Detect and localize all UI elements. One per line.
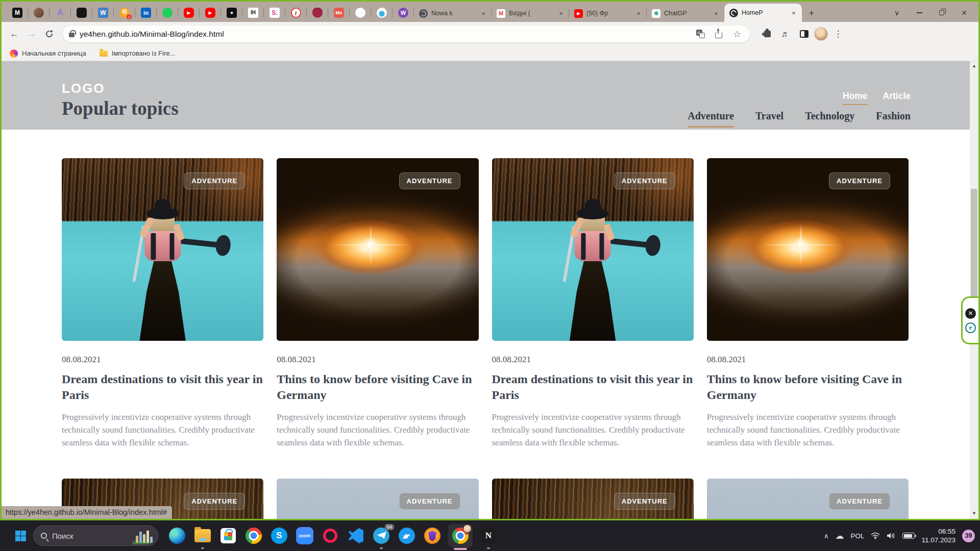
taskbar-notion[interactable]: N [479,526,498,545]
onedrive-cloud-icon[interactable]: ☁ [835,531,844,541]
taskbar-telegram[interactable]: 04 [372,526,391,545]
pinned-tab-beet[interactable] [307,4,328,22]
nav-home[interactable]: Home [843,91,868,105]
taskbar-skype[interactable]: S [270,526,289,545]
menu-kebab-icon[interactable]: ⋮ [830,26,846,42]
tab-chatgpt[interactable]: ✻ ChatGP × [647,5,724,22]
taskbar-chrome[interactable] [244,526,263,545]
tab-homepage-active[interactable]: HomeP × [724,4,802,22]
category-adventure[interactable]: Adventure [688,110,734,128]
bookmark-imported-folder[interactable]: Імпортовано із Fire... [100,49,176,57]
start-button-icon[interactable] [15,531,26,541]
taskbar-vscode[interactable] [346,526,365,545]
article-title[interactable]: Dream destinations to visit this year in… [62,371,263,403]
taskbar-zoom[interactable]: zoom [295,526,314,545]
tab-close-icon[interactable]: × [634,9,643,17]
category-badge[interactable]: ADVENTURE [399,493,460,510]
pinned-tab-profile-photo[interactable] [28,4,50,22]
pinned-tab-medium[interactable]: M [7,4,28,22]
pinned-tab-fist[interactable] [71,4,92,22]
category-badge[interactable]: ADVENTURE [399,172,460,189]
article-image-canoe[interactable]: ADVENTURE [492,158,694,341]
tab-close-icon[interactable]: × [790,9,798,17]
scroll-down-icon[interactable]: ▼ [972,509,976,518]
new-tab-button[interactable]: + [804,6,819,21]
article-title[interactable]: Dream destinations to visit this year in… [492,371,694,403]
nav-article[interactable]: Article [883,91,911,105]
tab-close-icon[interactable]: × [557,9,565,17]
forward-button[interactable]: → [24,27,39,42]
category-badge[interactable]: ADVENTURE [829,493,890,510]
pinned-tab-wattpad[interactable]: W [393,4,414,22]
tab-youtube[interactable]: ▶ (50) Фр × [569,5,647,22]
lock-icon[interactable] [69,33,75,37]
google-translate-icon[interactable] [694,28,707,41]
pinned-tab-spotify[interactable] [157,4,178,22]
minimize-button[interactable] [908,4,930,21]
restore-button[interactable] [930,4,953,21]
pinned-tab-youtube[interactable]: ▶ [178,4,200,22]
pinned-tab-wikipedia[interactable]: W [92,4,114,22]
extensions-puzzle-icon[interactable] [759,26,775,42]
profile-avatar[interactable] [814,27,828,41]
eset-logo-icon[interactable]: e [965,322,976,333]
music-extension-icon[interactable]: ♬ [777,26,794,42]
bookmark-star-icon[interactable]: ☆ [730,28,744,41]
pinned-tab-patreon[interactable]: ● [221,4,242,22]
pinned-tab-refactoring[interactable]: r [285,4,307,22]
article-image-canoe[interactable]: ADVENTURE [62,158,263,341]
article-image-forest[interactable]: ADVENTURE [492,479,694,519]
category-badge[interactable]: ADVENTURE [614,493,675,510]
battery-icon[interactable] [902,533,915,539]
pinned-tab-smashing[interactable]: S. [264,4,285,22]
tab-search-icon[interactable]: ∨ [886,4,908,21]
taskbar-edge[interactable] [167,526,187,545]
pinned-tab-letter-a[interactable]: A [50,4,71,22]
article-image-rock[interactable]: ADVENTURE [707,479,909,519]
back-button[interactable]: ← [7,27,22,42]
category-badge[interactable]: ADVENTURE [184,172,245,189]
article-image-arch[interactable]: ADVENTURE [707,158,909,341]
close-button[interactable]: × [953,4,975,21]
category-badge[interactable]: ADVENTURE [184,493,245,510]
pinned-tab-youtube-2[interactable]: ▶ [200,4,221,22]
category-fashion[interactable]: Fashion [876,110,911,128]
site-logo[interactable]: LOGO [62,81,179,96]
category-badge[interactable]: ADVENTURE [829,172,890,189]
taskbar-clock[interactable]: 06:55 11.07.2023 [921,527,955,544]
scroll-up-icon[interactable]: ▲ [972,61,976,70]
page-scrollbar[interactable]: ▲ ▼ [970,61,978,519]
side-panel-icon[interactable] [796,26,812,42]
pinned-tab-github[interactable] [350,4,371,22]
language-indicator[interactable]: POL [850,532,864,540]
taskbar-secure-browser[interactable] [423,526,442,545]
url-text[interactable]: ye4hen.github.io/Minimal-Blog/index.html [80,30,689,39]
pinned-tab-avatar-orange[interactable]: 1 [114,4,135,22]
taskbar-search[interactable]: Поиск [33,525,158,546]
taskbar-chrome-profile[interactable] [448,524,473,547]
share-icon[interactable] [712,28,725,41]
taskbar-twitter[interactable] [397,526,416,545]
pinned-tab-monday[interactable]: Mo [328,4,350,22]
pinned-tab-indie-hackers[interactable]: IH [242,4,264,22]
category-technology[interactable]: Technology [805,110,854,128]
tab-gmail-inbox[interactable]: M Вхідні ( × [492,5,569,22]
volume-icon[interactable] [887,532,896,539]
tab-nowa[interactable]: Nowa k × [414,5,492,22]
article-image-arch[interactable]: ADVENTURE [277,158,478,341]
taskbar-explorer[interactable] [193,526,212,545]
category-badge[interactable]: ADVENTURE [614,172,675,189]
taskbar-store[interactable] [218,526,238,545]
pinned-tab-linkedin[interactable]: in [135,4,157,22]
notification-count-badge[interactable]: 39 [962,530,975,542]
tab-close-icon[interactable]: × [712,9,720,17]
tray-chevron-icon[interactable]: ∧ [824,532,829,540]
reload-button[interactable] [41,27,57,42]
close-icon[interactable]: ✕ [965,308,976,319]
article-title[interactable]: Thins to know before visiting Cave in Ge… [707,371,909,403]
article-title[interactable]: Thins to know before visiting Cave in Ge… [277,371,478,403]
article-image-rock[interactable]: ADVENTURE [277,479,478,519]
tab-close-icon[interactable]: × [479,9,487,17]
category-travel[interactable]: Travel [755,110,783,128]
taskbar-opera-gx[interactable] [321,526,340,545]
